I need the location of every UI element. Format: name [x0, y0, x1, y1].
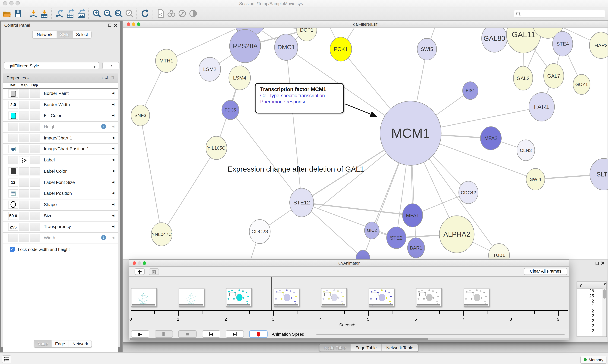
- expand-property-icon[interactable]: ◀: [112, 180, 114, 184]
- node-gcy1[interactable]: GCY1: [573, 74, 590, 94]
- property-row-width[interactable]: Widthi◀: [3, 233, 118, 244]
- expand-property-icon[interactable]: ◀: [112, 147, 114, 150]
- def-cell[interactable]: [8, 123, 18, 131]
- tab-style[interactable]: Style: [57, 31, 72, 38]
- minimize-window-icon[interactable]: [9, 1, 14, 5]
- node-pdc5[interactable]: PDC5: [222, 100, 239, 119]
- def-cell[interactable]: [8, 156, 18, 164]
- node-cln3[interactable]: CLN3: [517, 140, 535, 161]
- network-window-titlebar[interactable]: galFiltered.sif: [123, 21, 608, 28]
- expand-property-icon[interactable]: ◀: [112, 191, 114, 195]
- node-snf3[interactable]: SNF3: [131, 105, 150, 126]
- table-row[interactable]: 2: [577, 309, 595, 313]
- play-button[interactable]: ▶: [131, 330, 149, 338]
- map-cell[interactable]: [19, 212, 29, 220]
- table-scrollbar[interactable]: [603, 288, 607, 337]
- byp-cell[interactable]: [30, 212, 40, 220]
- tab-network-table[interactable]: Network Table: [381, 344, 418, 351]
- expand-property-icon[interactable]: ◀: [112, 136, 114, 139]
- node-pis1[interactable]: PIS1: [463, 82, 478, 100]
- annotation-link[interactable]: Cell-type-specific transcription: [260, 93, 343, 98]
- export-network-icon[interactable]: [55, 9, 64, 18]
- node-gic2[interactable]: GIC2: [364, 222, 379, 239]
- byp-cell[interactable]: [30, 112, 40, 120]
- byp-cell[interactable]: [30, 223, 40, 231]
- speed-slider[interactable]: [316, 334, 565, 335]
- memory-button[interactable]: Memory: [580, 356, 607, 364]
- cyanimator-scrollbar[interactable]: [129, 338, 569, 340]
- node-hap2[interactable]: HAP2: [589, 32, 608, 59]
- zoom-in-icon[interactable]: [92, 9, 102, 18]
- skip-start-button[interactable]: ◀: [202, 330, 220, 338]
- expand-property-icon[interactable]: ◀: [112, 125, 114, 128]
- node-bar1[interactable]: BAR1: [408, 238, 425, 258]
- node-mth1[interactable]: MTH1: [155, 49, 177, 72]
- table-header[interactable]: ity Stres: [577, 282, 607, 288]
- table-row[interactable]: 2: [577, 299, 595, 304]
- node-yil105c[interactable]: YIL105C: [206, 136, 227, 159]
- tab-edge[interactable]: Edge: [51, 340, 69, 347]
- expand-property-icon[interactable]: ◀: [112, 103, 114, 106]
- table-row[interactable]: 2: [577, 323, 595, 328]
- expand-property-icon[interactable]: ◀: [112, 114, 114, 117]
- property-row-height[interactable]: Heighti◀: [3, 122, 118, 133]
- node-mfa1[interactable]: MFA1: [402, 204, 423, 227]
- expand-property-icon[interactable]: ◀: [112, 214, 114, 217]
- delete-frame-button[interactable]: [149, 268, 159, 275]
- map-cell[interactable]: [19, 134, 29, 142]
- info-icon[interactable]: i: [101, 235, 106, 240]
- tab-select[interactable]: Select: [72, 31, 91, 38]
- map-cell[interactable]: [19, 189, 29, 197]
- byp-cell[interactable]: [30, 234, 40, 242]
- float-table-panel-icon[interactable]: [596, 261, 599, 265]
- expand-all-icon[interactable]: ∊⇊: [101, 75, 109, 80]
- byp-cell[interactable]: [30, 200, 40, 208]
- float-panel-icon[interactable]: [108, 24, 111, 27]
- export-table-icon[interactable]: [66, 9, 75, 18]
- node-ste4[interactable]: STE4: [553, 31, 573, 56]
- zoom-window-icon[interactable]: [15, 1, 20, 5]
- map-cell[interactable]: [19, 200, 29, 208]
- byp-cell[interactable]: [30, 189, 40, 197]
- byp-cell[interactable]: [30, 101, 40, 109]
- node-far1[interactable]: FAR1: [529, 92, 554, 121]
- property-row-border-width[interactable]: 2.0Border Width◀: [3, 99, 118, 111]
- node-lsm4[interactable]: LSM4: [229, 66, 250, 90]
- frame-thumbnail-2[interactable]: [179, 288, 204, 307]
- node-dcp1[interactable]: DCP1: [297, 27, 317, 41]
- map-cell[interactable]: [19, 223, 29, 231]
- frame-thumbnail-1[interactable]: [131, 288, 157, 307]
- map-cell[interactable]: [19, 178, 29, 186]
- frame-thumbnail-6[interactable]: [369, 288, 394, 307]
- property-row-label-color[interactable]: Label Color◀: [3, 166, 118, 177]
- map-cell[interactable]: [19, 112, 29, 120]
- task-history-button[interactable]: [2, 355, 11, 363]
- open-session-icon[interactable]: [2, 9, 12, 18]
- property-row-border-paint[interactable]: Border Paint◀: [3, 88, 118, 99]
- def-cell[interactable]: [8, 200, 18, 208]
- tab-network[interactable]: Network: [33, 31, 57, 38]
- node-pcut[interactable]: [356, 250, 370, 260]
- node-slt2[interactable]: SLT2: [590, 158, 608, 190]
- def-cell[interactable]: [8, 167, 18, 175]
- table-row[interactable]: 2: [577, 313, 595, 318]
- def-cell[interactable]: [8, 234, 18, 242]
- table-row[interactable]: 26: [577, 288, 595, 293]
- clear-all-frames-button[interactable]: Clear All Frames: [524, 268, 567, 275]
- import-network-icon[interactable]: [29, 9, 38, 18]
- property-row-label-font-size[interactable]: 12Label Font Size◀: [3, 177, 118, 188]
- def-cell[interactable]: 50.0: [8, 212, 18, 220]
- node-ste12[interactable]: STE12: [290, 188, 314, 217]
- def-cell[interactable]: [8, 112, 18, 120]
- node-cdc42[interactable]: CDC42: [459, 181, 478, 204]
- node-gal7[interactable]: GAL7: [544, 64, 564, 88]
- def-cell[interactable]: 255: [8, 223, 18, 231]
- stop-button[interactable]: ■: [179, 330, 197, 338]
- node-alpha2[interactable]: ALPHA2: [439, 216, 474, 253]
- byp-cell[interactable]: [30, 123, 40, 131]
- tab-network[interactable]: Network: [69, 340, 91, 347]
- map-cell[interactable]: [19, 156, 29, 164]
- property-row-image-chart-1[interactable]: Image/Chart 1◀: [3, 133, 118, 144]
- table-row[interactable]: 2: [577, 318, 595, 324]
- property-row-transparency[interactable]: 255Transparency◀: [3, 221, 118, 233]
